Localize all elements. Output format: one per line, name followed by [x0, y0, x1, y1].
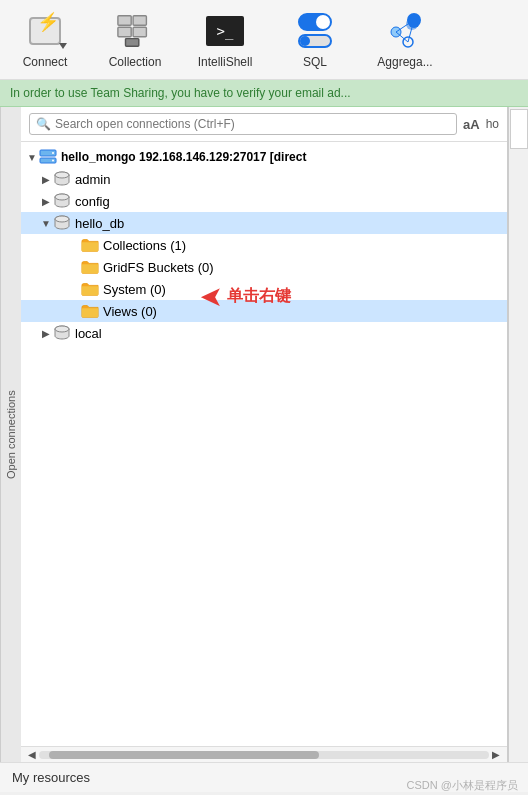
- scroll-thumb[interactable]: [49, 751, 319, 759]
- search-input[interactable]: [55, 117, 450, 131]
- database-icon: [53, 325, 71, 341]
- server-toggle-icon[interactable]: ▼: [25, 152, 39, 163]
- config-toggle-icon[interactable]: ▶: [39, 196, 53, 207]
- tree-item-local[interactable]: ▶ local: [21, 322, 507, 344]
- local-toggle-icon[interactable]: ▶: [39, 328, 53, 339]
- scroll-right-arrow[interactable]: ▶: [489, 749, 503, 760]
- search-ho-button[interactable]: ho: [486, 117, 499, 131]
- svg-point-20: [55, 216, 69, 222]
- watermark: CSDN @小林是程序员: [407, 778, 518, 793]
- scroll-left-arrow[interactable]: ◀: [25, 749, 39, 760]
- collection-icon: [115, 11, 155, 51]
- sql-label: SQL: [303, 55, 327, 69]
- tree: ▼ hello_mongo 192.168.146.129:27017 [dir…: [21, 142, 507, 746]
- sql-icon: [295, 11, 335, 51]
- system-label: System (0): [103, 282, 166, 297]
- watermark-text: CSDN @小林是程序员: [407, 779, 518, 791]
- search-input-wrap[interactable]: 🔍: [29, 113, 457, 135]
- collection-button[interactable]: Collection: [90, 5, 180, 75]
- connection-panel: 🔍 aA ho ▼ hello_mongo 192.168.146.129:27…: [21, 107, 508, 762]
- gridfs-toggle-icon: [67, 262, 81, 273]
- local-label: local: [75, 326, 102, 341]
- horizontal-scrollbar[interactable]: ◀ ▶: [21, 746, 507, 762]
- hello-db-toggle-icon[interactable]: ▼: [39, 218, 53, 229]
- tree-item-hello-db[interactable]: ▼ hello_db: [21, 212, 507, 234]
- folder-icon: [81, 281, 99, 297]
- tree-item-system[interactable]: System (0): [21, 278, 507, 300]
- svg-rect-1: [118, 27, 131, 37]
- tree-item-server[interactable]: ▼ hello_mongo 192.168.146.129:27017 [dir…: [21, 146, 507, 168]
- intellishell-icon: >_: [205, 11, 245, 51]
- sql-button[interactable]: SQL: [270, 5, 360, 75]
- toolbar: ⚡ Connect Collection >_ IntelliShell: [0, 0, 528, 80]
- server-label: hello_mongo 192.168.146.129:27017 [direc…: [61, 150, 306, 164]
- svg-point-13: [52, 152, 54, 154]
- folder-icon: [81, 237, 99, 253]
- intellishell-button[interactable]: >_ IntelliShell: [180, 5, 270, 75]
- database-icon: [53, 215, 71, 231]
- connect-button[interactable]: ⚡ Connect: [0, 5, 90, 75]
- svg-point-18: [55, 194, 69, 200]
- tree-item-admin[interactable]: ▶ admin: [21, 168, 507, 190]
- notification-text: In order to use Team Sharing, you have t…: [10, 86, 351, 100]
- folder-icon: [81, 303, 99, 319]
- folder-icon: [81, 259, 99, 275]
- collection-label: Collection: [109, 55, 162, 69]
- search-aa-button[interactable]: aA: [463, 117, 480, 132]
- bottom-label: My resources: [12, 770, 90, 785]
- search-bar: 🔍 aA ho: [21, 107, 507, 142]
- scroll-track[interactable]: [39, 751, 489, 759]
- collections-label: Collections (1): [103, 238, 186, 253]
- sidebar-label: Open connections: [0, 107, 21, 762]
- views-toggle-icon: [67, 306, 81, 317]
- svg-point-16: [55, 172, 69, 178]
- database-icon: [53, 171, 71, 187]
- admin-label: admin: [75, 172, 110, 187]
- main-layout: Open connections 🔍 aA ho ▼ he: [0, 107, 528, 762]
- gridfs-label: GridFS Buckets (0): [103, 260, 214, 275]
- connect-label: Connect: [23, 55, 68, 69]
- tree-item-views[interactable]: Views (0): [21, 300, 507, 322]
- system-toggle-icon: [67, 284, 81, 295]
- right-tab-1[interactable]: [510, 109, 528, 149]
- admin-toggle-icon[interactable]: ▶: [39, 174, 53, 185]
- svg-point-14: [52, 160, 54, 162]
- aggregation-button[interactable]: Aggrega...: [360, 5, 450, 75]
- svg-rect-0: [118, 15, 131, 24]
- hello-db-label: hello_db: [75, 216, 124, 231]
- config-label: config: [75, 194, 110, 209]
- right-panel: [508, 107, 528, 762]
- svg-rect-2: [133, 15, 146, 24]
- server-icon: [39, 149, 57, 165]
- notification-bar: In order to use Team Sharing, you have t…: [0, 80, 528, 107]
- svg-rect-3: [133, 27, 146, 37]
- views-label: Views (0): [103, 304, 157, 319]
- aggregation-icon: [385, 11, 425, 51]
- tree-item-config[interactable]: ▶ config: [21, 190, 507, 212]
- database-icon: [53, 193, 71, 209]
- intellishell-label: IntelliShell: [198, 55, 253, 69]
- tree-item-gridfs[interactable]: GridFS Buckets (0): [21, 256, 507, 278]
- connect-icon: ⚡: [25, 11, 65, 51]
- search-icon: 🔍: [36, 117, 51, 131]
- tree-item-collections[interactable]: Collections (1): [21, 234, 507, 256]
- svg-rect-4: [126, 38, 139, 46]
- aggregation-label: Aggrega...: [377, 55, 432, 69]
- svg-point-22: [55, 326, 69, 332]
- collections-toggle-icon: [67, 240, 81, 251]
